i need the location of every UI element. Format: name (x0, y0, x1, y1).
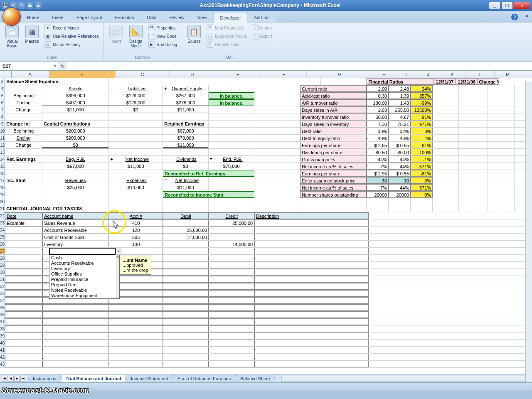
cell-I21[interactable] (389, 205, 411, 212)
col-head-K[interactable]: K (439, 71, 466, 78)
cell-M20[interactable] (488, 198, 515, 205)
cell-I5[interactable]: 1.39 (389, 92, 411, 99)
cell-I10[interactable]: 32% (389, 128, 411, 134)
cell-M14[interactable] (488, 156, 515, 163)
cell-M12[interactable] (488, 142, 515, 148)
cell-D20[interactable] (163, 198, 209, 205)
cell-I14[interactable]: 44% (389, 156, 411, 163)
row-head-29[interactable]: 29 (0, 262, 5, 269)
cell-E40[interactable] (209, 340, 254, 346)
cell-I4[interactable]: 2.48 (389, 85, 411, 92)
cell-C11[interactable] (109, 135, 163, 141)
cell-K11[interactable] (433, 135, 459, 141)
cell-K5[interactable] (433, 92, 459, 99)
cell-B22[interactable]: Account name (42, 212, 109, 219)
cell-G33[interactable] (369, 290, 435, 297)
cell-H8[interactable]: 50.00 (367, 113, 389, 120)
cell-C38[interactable] (109, 325, 163, 332)
cell-G32[interactable] (369, 283, 435, 290)
row-head-30[interactable]: 30 (0, 269, 5, 276)
row-head-43[interactable]: 43 (0, 361, 5, 368)
dropdown-item[interactable]: Inventory (49, 266, 119, 271)
cell-F22[interactable]: Description (254, 212, 369, 219)
cell-D22[interactable]: Debit (163, 212, 209, 219)
tab-formulas[interactable]: Formulas (109, 12, 140, 22)
cell-D13[interactable] (163, 149, 209, 155)
office-button[interactable] (2, 7, 21, 26)
cell-M9[interactable] (488, 121, 515, 127)
cell-C8[interactable] (109, 113, 163, 120)
cell-K37[interactable] (501, 318, 527, 325)
cell-F38[interactable] (254, 325, 369, 332)
cell-D19[interactable]: Reconciled to Income Stmt. (163, 191, 254, 198)
cell-B18[interactable]: $25,000 (42, 184, 109, 191)
cell-L4[interactable] (459, 85, 488, 92)
cell-M4[interactable] (488, 85, 515, 92)
cell-J14[interactable]: -1% (411, 156, 433, 163)
dropdown-item[interactable]: Office Supplies (49, 271, 119, 277)
cell-A29[interactable] (5, 262, 42, 268)
cell-H26[interactable] (435, 241, 457, 247)
cell-B10[interactable]: $200,000 (42, 128, 109, 134)
cell-A40[interactable] (5, 340, 42, 346)
cell-M5[interactable] (488, 92, 515, 99)
cell-C4[interactable]: = Liabilities (109, 85, 163, 92)
row-head-31[interactable]: 31 (0, 276, 5, 283)
cell-I32[interactable] (457, 283, 479, 290)
cell-L18[interactable] (459, 184, 488, 191)
cell-G13[interactable]: Dividends per share (300, 149, 367, 155)
cell-D7[interactable]: $11,000 (163, 106, 209, 113)
tab-developer[interactable]: Developer (214, 13, 247, 22)
row-head-3[interactable]: 3 (0, 78, 5, 85)
cell-K43[interactable] (501, 361, 527, 367)
cell-J23[interactable] (479, 219, 501, 226)
cell-A24[interactable] (5, 227, 42, 233)
cell-L5[interactable] (459, 92, 488, 99)
cell-G22[interactable] (369, 212, 435, 219)
cell-F7[interactable] (254, 106, 300, 113)
cell-J3[interactable]: Change % (477, 78, 499, 85)
cell-K7[interactable] (433, 106, 459, 113)
col-head-A[interactable]: A (12, 71, 49, 78)
dropdown-button[interactable]: ▾ (116, 248, 122, 254)
cell-F12[interactable] (254, 142, 300, 148)
cell-I3[interactable]: 12/31/08 (455, 78, 477, 85)
cell-F42[interactable] (254, 354, 369, 360)
cell-H12[interactable]: $ 2.95 (367, 142, 389, 148)
cell-B19[interactable] (42, 191, 109, 198)
cell-F29[interactable] (254, 262, 369, 268)
dropdown-list[interactable]: ▲ CashAccounts ReceivableInventoryOffice… (49, 255, 120, 299)
cell-I22[interactable] (457, 212, 479, 219)
cell-J42[interactable] (479, 354, 501, 360)
cell-F21[interactable] (254, 205, 300, 212)
col-head-G[interactable]: G (307, 71, 373, 78)
cell-F8[interactable] (254, 113, 300, 120)
cell-B8[interactable] (42, 113, 109, 120)
cell-I31[interactable] (457, 276, 479, 283)
cell-A39[interactable] (5, 332, 42, 339)
cell-A41[interactable] (5, 347, 42, 353)
cell-A34[interactable] (5, 297, 42, 304)
cell-K3[interactable] (499, 78, 525, 85)
cell-K31[interactable] (501, 276, 527, 283)
cell-B37[interactable] (42, 318, 109, 325)
cell-J5[interactable]: 357% (411, 92, 433, 99)
cell-G42[interactable] (369, 354, 435, 360)
cell-C15[interactable]: $11,000 (109, 163, 163, 170)
cell-I8[interactable]: 4.67 (389, 113, 411, 120)
cell-G29[interactable] (369, 262, 435, 268)
cell-I6[interactable]: 1.43 (389, 99, 411, 106)
cell-D27[interactable] (163, 248, 209, 254)
cell-M15[interactable] (488, 163, 515, 170)
dropdown-item[interactable]: Accounts Receivable (49, 261, 119, 266)
cell-K41[interactable] (501, 347, 527, 353)
cell-K32[interactable] (501, 283, 527, 290)
cell-G5[interactable]: Acid-test ratio (300, 92, 367, 99)
cell-D6[interactable]: $278,000 (163, 99, 209, 106)
cell-K6[interactable] (433, 99, 459, 106)
macro-security-button[interactable]: ⚠Macro Security (43, 41, 100, 48)
cell-H24[interactable] (435, 227, 457, 233)
cell-K39[interactable] (501, 332, 527, 339)
sheet-nav-last[interactable]: ⏭ (20, 376, 26, 382)
sheet-nav-next[interactable]: ▶ (14, 376, 20, 382)
